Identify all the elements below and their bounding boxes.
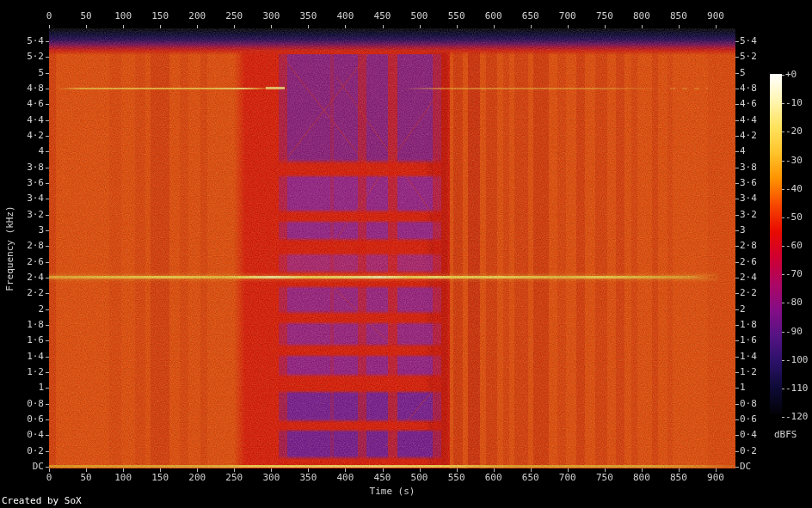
- freq-tick-mark-right: [735, 183, 739, 184]
- freq-tick-label-left: DC: [0, 462, 44, 472]
- freq-tick-label-left: 4·6: [0, 99, 44, 109]
- freq-tick-label-left: 4·4: [0, 115, 44, 125]
- time-tick-label-bottom: 300: [254, 473, 288, 483]
- time-tick-mark-top: [345, 25, 346, 28]
- freq-tick-mark-right: [735, 41, 739, 42]
- dbfs-unit-label: dBFS: [774, 429, 797, 440]
- freq-tick-mark-left: [46, 73, 49, 74]
- time-tick-mark-top: [568, 25, 569, 28]
- freq-tick-mark-left: [46, 120, 49, 121]
- freq-tick-label-left: 1·4: [0, 352, 44, 362]
- spectrogram-window: 0050501001001501502002002502503003003503…: [0, 0, 812, 508]
- time-tick-mark-top: [642, 25, 643, 28]
- time-tick-label-top: 400: [328, 11, 362, 21]
- freq-tick-label-left: 5·2: [0, 52, 44, 62]
- time-tick-mark-top: [308, 25, 309, 28]
- freq-tick-label-left: 3·6: [0, 178, 44, 188]
- freq-tick-label-right: 3·8: [740, 162, 774, 173]
- time-tick-label-top: 900: [698, 11, 733, 21]
- freq-tick-label-right: 1·8: [740, 320, 774, 330]
- time-tick-mark-top: [383, 25, 384, 28]
- freq-tick-label-left: 0·2: [0, 446, 44, 456]
- dbfs-tick-label: -20: [785, 126, 812, 137]
- dbfs-tick-mark: [782, 103, 784, 104]
- freq-tick-label-right: 1·6: [740, 335, 774, 346]
- time-tick-label-top: 750: [587, 11, 622, 21]
- freq-tick-mark-left: [46, 435, 49, 436]
- dbfs-tick-mark: [782, 132, 784, 132]
- dbfs-tick-mark: [782, 303, 784, 303]
- dbfs-tick-mark: [782, 417, 784, 418]
- freq-tick-label-right: 2·8: [740, 241, 774, 251]
- time-tick-mark-top: [531, 25, 532, 28]
- freq-tick-label-right: 0·6: [740, 414, 774, 425]
- freq-tick-label-left: 1·8: [0, 320, 44, 330]
- time-tick-label-bottom: 0: [32, 473, 66, 483]
- freq-tick-label-right: 2: [740, 304, 774, 315]
- freq-tick-mark-left: [46, 41, 49, 42]
- freq-tick-mark-right: [735, 325, 739, 326]
- freq-tick-mark-right: [735, 136, 739, 137]
- dbfs-colorbar: [770, 74, 782, 414]
- dbfs-tick-mark: [782, 246, 784, 247]
- time-tick-mark-top: [494, 25, 495, 28]
- time-tick-mark-top: [605, 25, 606, 28]
- freq-tick-mark-right: [735, 357, 739, 358]
- freq-tick-mark-right: [735, 262, 739, 263]
- dbfs-tick-label: -110: [785, 383, 812, 394]
- freq-tick-mark-right: [735, 309, 739, 310]
- time-tick-label-bottom: 400: [328, 473, 362, 483]
- freq-tick-mark-left: [46, 151, 49, 152]
- freq-tick-mark-left: [46, 372, 49, 373]
- time-tick-label-bottom: 450: [366, 473, 400, 483]
- dbfs-tick-label: -40: [785, 184, 812, 194]
- time-tick-mark-top: [679, 25, 680, 28]
- dbfs-tick-label: -50: [785, 212, 812, 223]
- freq-tick-label-right: 1·2: [740, 367, 774, 377]
- spectrogram-plot: [49, 28, 735, 468]
- freq-tick-label-right: DC: [740, 462, 774, 472]
- freq-tick-mark-left: [46, 57, 49, 58]
- freq-tick-mark-left: [46, 293, 49, 294]
- dbfs-tick-label: +0: [785, 70, 812, 80]
- time-tick-label-top: 250: [217, 11, 251, 21]
- freq-tick-mark-left: [46, 340, 49, 341]
- freq-tick-label-left: 3·4: [0, 193, 44, 204]
- freq-tick-label-left: 3·8: [0, 162, 44, 173]
- freq-tick-mark-left: [46, 168, 49, 168]
- freq-tick-mark-left: [46, 262, 49, 263]
- time-tick-label-top: 150: [143, 11, 177, 21]
- freq-tick-label-right: 4·6: [740, 99, 774, 109]
- freq-tick-label-left: 5·4: [0, 36, 44, 46]
- time-tick-label-bottom: 100: [106, 473, 140, 483]
- freq-tick-label-left: 4·2: [0, 131, 44, 141]
- freq-tick-mark-right: [735, 57, 739, 58]
- freq-tick-mark-right: [735, 215, 739, 216]
- time-tick-label-top: 200: [180, 11, 214, 21]
- freq-tick-mark-left: [46, 136, 49, 137]
- dbfs-tick-label: -90: [785, 327, 812, 337]
- freq-tick-label-right: 0·2: [740, 446, 774, 456]
- freq-tick-mark-right: [735, 404, 739, 405]
- time-tick-label-top: 850: [661, 11, 696, 21]
- time-tick-label-bottom: 200: [180, 473, 214, 483]
- freq-tick-label-right: 3·2: [740, 210, 774, 220]
- freq-tick-label-left: 1·6: [0, 335, 44, 346]
- freq-tick-mark-right: [735, 278, 739, 278]
- time-tick-label-bottom: 800: [624, 473, 659, 483]
- time-tick-label-bottom: 250: [217, 473, 251, 483]
- freq-tick-label-right: 4: [740, 146, 774, 156]
- freq-tick-mark-left: [46, 419, 49, 420]
- time-axis-title: Time (s): [370, 486, 415, 497]
- freq-tick-label-left: 2: [0, 304, 44, 315]
- freq-tick-mark-left: [46, 278, 49, 278]
- freq-tick-mark-right: [735, 419, 739, 420]
- time-tick-label-bottom: 650: [514, 473, 548, 483]
- frequency-axis-title: Frequency (kHz): [4, 205, 15, 291]
- freq-tick-label-left: 4: [0, 146, 44, 156]
- dbfs-tick-label: -30: [785, 156, 812, 166]
- freq-tick-label-right: 5·2: [740, 52, 774, 62]
- time-tick-mark-top: [271, 25, 272, 28]
- time-tick-label-top: 800: [624, 11, 659, 21]
- freq-tick-label-right: 1·4: [740, 352, 774, 362]
